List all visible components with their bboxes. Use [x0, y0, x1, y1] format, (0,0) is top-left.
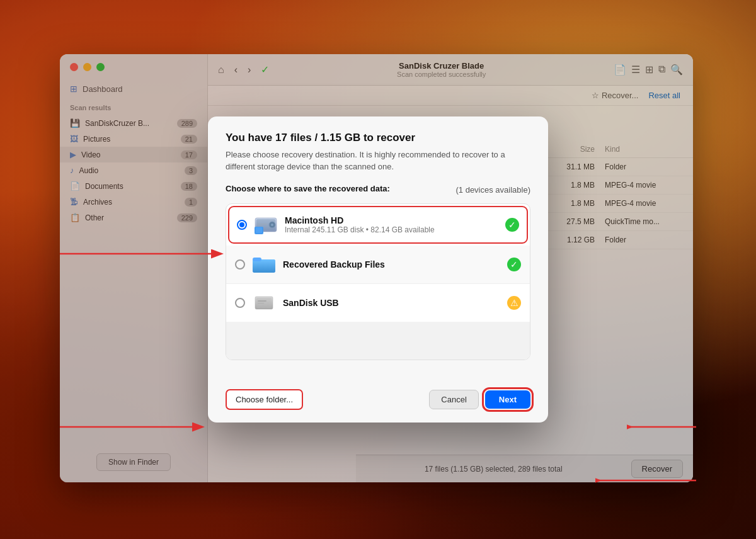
device-list: Macintosh HD Internal 245.11 GB disk • 8…	[226, 203, 530, 360]
backup-info: Recovered Backup Files	[283, 259, 500, 270]
modal-subtitle: Please choose recovery destination. It i…	[226, 149, 530, 172]
choose-folder-button[interactable]: Choose folder...	[226, 389, 303, 410]
sandisk-status-icon: ⚠	[507, 296, 521, 310]
radio-sandisk[interactable]	[235, 298, 245, 308]
arrow-recover	[595, 471, 696, 490]
svg-point-3	[271, 224, 273, 226]
next-button[interactable]: Next	[485, 390, 530, 409]
sandisk-name: SanDisk USB	[283, 298, 500, 308]
macintosh-hd-icon	[255, 213, 277, 236]
macintosh-hd-name: Macintosh HD	[285, 215, 498, 225]
svg-rect-10	[253, 258, 261, 261]
modal-body: You have 17 files / 1.15 GB to recover P…	[208, 116, 548, 380]
sandisk-icon	[253, 292, 275, 314]
svg-rect-7	[256, 227, 262, 233]
arrow-next	[627, 417, 696, 436]
macintosh-hd-info: Macintosh HD Internal 245.11 GB disk • 8…	[285, 215, 498, 234]
choose-destination-row: Choose where to save the recovered data:…	[226, 184, 530, 196]
device-item-macintosh[interactable]: Macintosh HD Internal 245.11 GB disk • 8…	[228, 206, 528, 244]
radio-backup[interactable]	[235, 259, 245, 270]
choose-label: Choose where to save the recovered data:	[226, 184, 390, 193]
cancel-button[interactable]: Cancel	[429, 390, 478, 409]
modal-overlay: You have 17 files / 1.15 GB to recover P…	[0, 0, 756, 539]
arrow-choosefolder	[60, 417, 211, 436]
recovery-modal: You have 17 files / 1.15 GB to recover P…	[208, 116, 548, 422]
backup-status-icon: ✓	[507, 258, 521, 271]
radio-macintosh[interactable]	[237, 220, 247, 230]
device-item-sandisk[interactable]: SanDisk USB ⚠	[226, 283, 530, 322]
device-list-empty	[226, 322, 530, 360]
devices-count: (1 devices available)	[455, 185, 530, 195]
device-item-backup[interactable]: Recovered Backup Files ✓	[226, 246, 530, 283]
modal-footer: Choose folder... Cancel Next	[208, 380, 548, 423]
svg-rect-13	[258, 300, 266, 302]
svg-rect-9	[253, 259, 275, 273]
svg-rect-5	[257, 226, 263, 227]
backup-name: Recovered Backup Files	[283, 259, 500, 270]
arrow-macintosh	[60, 244, 230, 263]
backup-folder-icon	[253, 253, 275, 276]
svg-rect-14	[258, 303, 264, 304]
sandisk-info: SanDisk USB	[283, 298, 500, 308]
modal-footer-actions: Cancel Next	[429, 390, 530, 409]
svg-rect-4	[257, 224, 267, 225]
macintosh-status-icon: ✓	[505, 218, 519, 232]
modal-title: You have 17 files / 1.15 GB to recover	[226, 132, 530, 144]
macintosh-hd-desc: Internal 245.11 GB disk • 82.14 GB avail…	[285, 225, 498, 234]
